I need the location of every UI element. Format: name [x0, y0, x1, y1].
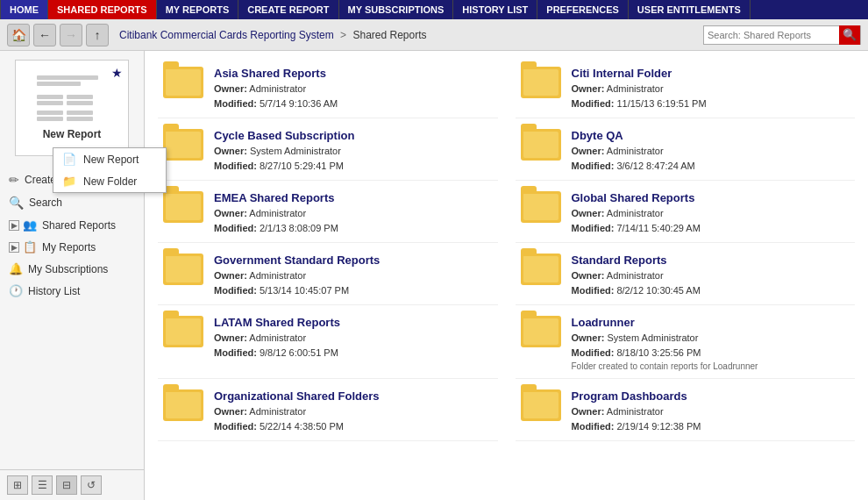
- folder-shape-inner: [523, 194, 559, 220]
- folder-name: Global Shared Reports: [572, 191, 850, 204]
- folder-item[interactable]: LATAM Shared Reports Owner: Administrato…: [158, 309, 498, 379]
- folder-details: Global Shared Reports Owner: Administrat…: [572, 191, 850, 235]
- folder-item[interactable]: Asia Shared Reports Owner: Administrator…: [158, 60, 498, 118]
- folder-name: Asia Shared Reports: [214, 67, 493, 80]
- folder-details: Cycle Based Subscription Owner: System A…: [214, 129, 493, 173]
- folder-meta: Owner: Administrator Modified: 8/2/12 10…: [572, 268, 850, 297]
- refresh-button[interactable]: ↺: [81, 475, 102, 495]
- sidebar-shared-reports-label: Shared Reports: [42, 219, 116, 232]
- folder-shape-inner: [166, 392, 201, 418]
- thumbnail-view-button[interactable]: ⊞: [7, 475, 28, 495]
- folder-details: Government Standard Reports Owner: Admin…: [214, 254, 493, 297]
- sidebar-item-search[interactable]: 🔍 Search: [0, 191, 144, 214]
- owner-label: Owner:: [572, 406, 605, 417]
- dropdown-new-folder[interactable]: 📁 New Folder: [53, 170, 166, 192]
- breadcrumb-base[interactable]: Citibank Commercial Cards Reporting Syst…: [119, 29, 334, 41]
- content-area: Asia Shared Reports Owner: Administrator…: [145, 51, 868, 500]
- folder-item[interactable]: Government Standard Reports Owner: Admin…: [158, 246, 498, 305]
- subscriptions-icon: 🔔: [9, 262, 23, 275]
- collapse-sidebar-button[interactable]: ◀: [144, 267, 145, 284]
- folder-meta: Owner: Administrator Modified: 5/7/14 9:…: [214, 82, 493, 111]
- folder-shape: [163, 254, 203, 285]
- folder-meta: Owner: Administrator Modified: 2/19/14 9…: [572, 404, 850, 433]
- folder-item[interactable]: Dbyte QA Owner: Administrator Modified: …: [516, 122, 856, 181]
- folder-meta: Owner: Administrator Modified: 11/15/13 …: [572, 82, 850, 111]
- list-view-button[interactable]: ☰: [32, 475, 53, 495]
- sidebar-item-my-subscriptions[interactable]: 🔔 My Subscriptions: [0, 258, 144, 280]
- folder-item[interactable]: Global Shared Reports Owner: Administrat…: [516, 184, 856, 243]
- search-button[interactable]: 🔍: [839, 25, 860, 45]
- folder-item[interactable]: Citi Internal Folder Owner: Administrato…: [516, 60, 856, 118]
- folder-icon: [521, 191, 563, 226]
- history-icon: 🕐: [9, 284, 23, 297]
- folder-meta: Owner: Administrator Modified: 9/8/12 6:…: [214, 331, 493, 360]
- view-toggles: ⊞ ☰ ⊟ ↺: [0, 469, 144, 500]
- folder-meta: Owner: System Administrator Modified: 8/…: [214, 144, 493, 173]
- owner-label: Owner:: [214, 83, 247, 94]
- nav-shared-reports[interactable]: SHARED REPORTS: [48, 0, 157, 19]
- folder-details: Program Dashboards Owner: Administrator …: [572, 389, 850, 433]
- folder-shape-inner: [523, 69, 559, 96]
- folder-shape-inner: [523, 392, 559, 418]
- forward-button[interactable]: →: [60, 24, 82, 46]
- dropdown-new-report[interactable]: 📄 New Report: [53, 148, 166, 170]
- folder-details: Organizational Shared Folders Owner: Adm…: [214, 389, 493, 433]
- folder-icon: [521, 129, 563, 164]
- sidebar: ★: [0, 51, 145, 500]
- new-folder-icon: 📁: [62, 175, 76, 188]
- new-report-thumbnail[interactable]: ★: [15, 60, 129, 156]
- my-reports-expand-icon: ▶: [9, 242, 19, 253]
- folder-meta: Owner: Administrator Modified: 7/14/11 5…: [572, 206, 850, 235]
- folder-grid: Asia Shared Reports Owner: Administrator…: [158, 60, 855, 441]
- folder-shape: [163, 316, 203, 347]
- grid-view-button[interactable]: ⊟: [56, 475, 77, 495]
- nav-user-entitlements[interactable]: USER ENTITLEMENTS: [629, 0, 751, 19]
- folder-details: Standard Reports Owner: Administrator Mo…: [572, 254, 850, 297]
- nav-my-subscriptions[interactable]: MY SUBSCRIPTIONS: [339, 0, 454, 19]
- owner-label: Owner:: [572, 208, 605, 218]
- nav-history-list[interactable]: HISTORY LIST: [453, 0, 537, 19]
- nav-my-reports[interactable]: MY REPORTS: [157, 0, 239, 19]
- sidebar-item-history-list[interactable]: 🕐 History List: [0, 280, 144, 302]
- dropdown-new-report-label: New Report: [83, 154, 139, 166]
- search-box[interactable]: 🔍: [703, 25, 861, 45]
- folder-item[interactable]: Cycle Based Subscription Owner: System A…: [158, 122, 498, 181]
- modified-label: Modified:: [214, 98, 257, 109]
- folder-shape-inner: [166, 256, 201, 282]
- sidebar-search-label: Search: [29, 196, 62, 209]
- modified-label: Modified:: [572, 161, 615, 171]
- folder-item[interactable]: Organizational Shared Folders Owner: Adm…: [158, 382, 498, 441]
- modified-label: Modified:: [214, 285, 257, 296]
- folder-shape: [521, 316, 561, 347]
- folder-shape: [521, 67, 561, 98]
- folder-item[interactable]: Loadrunner Owner: System Administrator M…: [516, 309, 856, 379]
- breadcrumb: Citibank Commercial Cards Reporting Syst…: [119, 29, 700, 41]
- folder-name: Organizational Shared Folders: [214, 389, 493, 403]
- folder-shape: [163, 191, 203, 223]
- sidebar-item-shared-reports[interactable]: ▶ 👥 Shared Reports: [0, 214, 144, 236]
- up-button[interactable]: ↑: [86, 24, 109, 46]
- folder-name: Dbyte QA: [572, 129, 850, 142]
- nav-create-report[interactable]: CREATE REPORT: [238, 0, 338, 19]
- folder-shape-inner: [166, 318, 201, 345]
- sidebar-my-reports-label: My Reports: [42, 241, 96, 254]
- folder-shape: [521, 389, 561, 421]
- nav-preferences[interactable]: PREFERENCES: [537, 0, 629, 19]
- folder-meta: Owner: System Administrator Modified: 8/…: [572, 331, 850, 360]
- sidebar-item-my-reports[interactable]: ▶ 📋 My Reports: [0, 236, 144, 258]
- folder-shape-inner: [166, 69, 201, 96]
- home-button[interactable]: 🏠: [7, 24, 30, 46]
- folder-icon: [163, 191, 205, 226]
- search-input[interactable]: [704, 26, 839, 44]
- folder-meta: Owner: Administrator Modified: 3/6/12 8:…: [572, 144, 850, 173]
- folder-meta: Owner: Administrator Modified: 5/13/14 1…: [214, 268, 493, 297]
- owner-label: Owner:: [214, 332, 247, 343]
- folder-name: EMEA Shared Reports: [214, 191, 493, 204]
- sidebar-history-label: History List: [28, 285, 80, 297]
- folder-item[interactable]: Standard Reports Owner: Administrator Mo…: [516, 246, 856, 305]
- folder-item[interactable]: Program Dashboards Owner: Administrator …: [516, 382, 856, 441]
- nav-home[interactable]: HOME: [0, 0, 48, 19]
- back-button[interactable]: ←: [33, 24, 56, 46]
- owner-label: Owner:: [572, 270, 605, 281]
- folder-item[interactable]: EMEA Shared Reports Owner: Administrator…: [158, 184, 498, 243]
